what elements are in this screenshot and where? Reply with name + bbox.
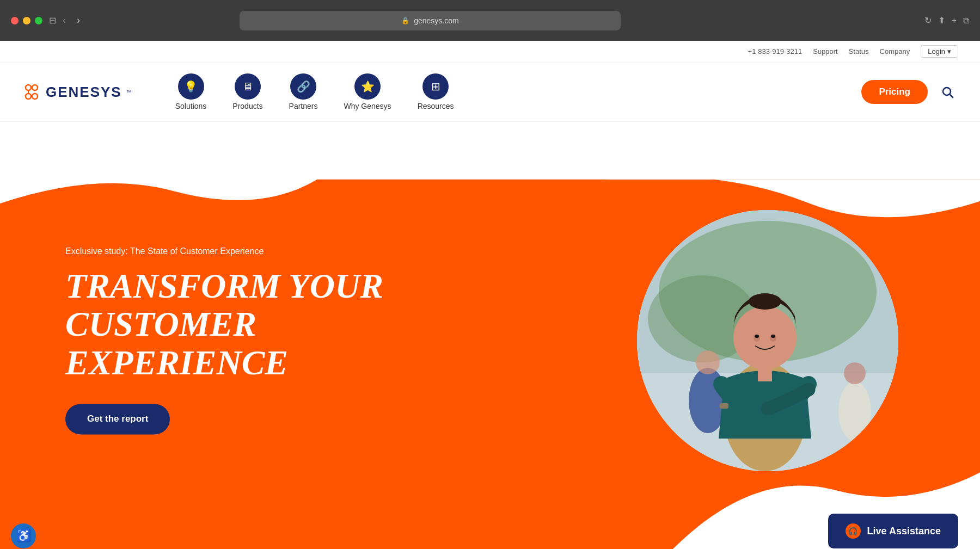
person-illustration bbox=[637, 210, 898, 471]
svg-point-6 bbox=[943, 88, 951, 95]
accessibility-button[interactable]: ♿ bbox=[11, 523, 36, 548]
nav-item-products[interactable]: 🖥 Products bbox=[222, 69, 273, 115]
svg-point-1 bbox=[32, 85, 38, 90]
website: +1 833-919-3211 Support Status Company L… bbox=[0, 41, 980, 549]
headset-icon: 🎧 bbox=[846, 523, 861, 539]
phone-number[interactable]: +1 833-919-3211 bbox=[748, 47, 802, 55]
sidebar-toggle-icon[interactable]: ⊟ bbox=[49, 15, 56, 26]
share-icon[interactable]: ⬆ bbox=[938, 15, 945, 26]
browser-chrome: ⊟ ‹ › 🔒 genesys.com ↻ ⬆ + ⧉ bbox=[0, 0, 980, 41]
nav-items: 💡 Solutions 🖥 Products 🔗 Partners ⭐ Why … bbox=[164, 69, 862, 115]
nav-item-why-genesys[interactable]: ⭐ Why Genesys bbox=[333, 69, 402, 115]
address-bar[interactable]: 🔒 genesys.com bbox=[240, 11, 621, 30]
back-arrow[interactable]: ‹ bbox=[58, 13, 70, 28]
svg-point-2 bbox=[26, 94, 31, 99]
status-link[interactable]: Status bbox=[849, 47, 869, 55]
products-icon: 🖥 bbox=[235, 73, 261, 100]
chevron-down-icon: ▾ bbox=[947, 47, 951, 55]
new-tab-icon[interactable]: + bbox=[952, 16, 957, 26]
svg-point-19 bbox=[749, 293, 781, 310]
svg-point-22 bbox=[755, 335, 759, 338]
nav-item-partners[interactable]: 🔗 Partners bbox=[278, 69, 329, 115]
hero-image bbox=[637, 210, 898, 471]
refresh-icon[interactable]: ↻ bbox=[924, 15, 932, 26]
why-genesys-label: Why Genesys bbox=[344, 102, 391, 110]
logo-text: GENESYS bbox=[46, 84, 122, 101]
minimize-button[interactable] bbox=[23, 17, 30, 24]
resources-icon: ⊞ bbox=[422, 73, 449, 100]
svg-point-0 bbox=[26, 85, 31, 90]
close-button[interactable] bbox=[11, 17, 19, 24]
svg-rect-24 bbox=[720, 403, 728, 409]
hero-title: Transform Your Customer Experience bbox=[65, 267, 392, 382]
maximize-button[interactable] bbox=[35, 17, 42, 24]
svg-point-14 bbox=[696, 350, 720, 374]
svg-rect-25 bbox=[758, 365, 772, 381]
partners-label: Partners bbox=[289, 102, 318, 110]
nav-right: Pricing bbox=[861, 80, 958, 104]
utility-bar: +1 833-919-3211 Support Status Company L… bbox=[0, 41, 980, 63]
live-assistance-label: Live Assistance bbox=[867, 526, 941, 537]
products-label: Products bbox=[232, 102, 262, 110]
lock-icon: 🔒 bbox=[401, 17, 409, 24]
hero-section: Exclusive study: The State of Customer E… bbox=[0, 122, 980, 549]
nav-item-solutions[interactable]: 💡 Solutions bbox=[164, 69, 218, 115]
accessibility-icon: ♿ bbox=[16, 529, 31, 543]
support-link[interactable]: Support bbox=[813, 47, 838, 55]
browser-nav: ⊟ ‹ › bbox=[49, 13, 84, 28]
traffic-lights bbox=[11, 17, 42, 24]
search-button[interactable] bbox=[936, 81, 958, 103]
nav-item-resources[interactable]: ⊞ Resources bbox=[407, 69, 465, 115]
svg-point-3 bbox=[32, 94, 38, 99]
tabs-icon[interactable]: ⧉ bbox=[963, 16, 969, 26]
main-nav: GENESYS™ 💡 Solutions 🖥 Products 🔗 Partne… bbox=[0, 63, 980, 122]
forward-arrow[interactable]: › bbox=[72, 13, 84, 28]
svg-point-23 bbox=[771, 335, 775, 338]
login-button[interactable]: Login ▾ bbox=[921, 45, 958, 58]
solutions-label: Solutions bbox=[175, 102, 207, 110]
svg-line-7 bbox=[950, 95, 953, 97]
resources-label: Resources bbox=[418, 102, 454, 110]
pricing-button[interactable]: Pricing bbox=[861, 80, 928, 104]
url-text: genesys.com bbox=[414, 16, 458, 25]
hero-content: Exclusive study: The State of Customer E… bbox=[65, 246, 392, 434]
logo-symbol bbox=[22, 82, 41, 102]
svg-point-16 bbox=[844, 362, 866, 384]
browser-actions: ↻ ⬆ + ⧉ bbox=[924, 15, 969, 26]
partners-icon: 🔗 bbox=[290, 73, 316, 100]
logo[interactable]: GENESYS™ bbox=[22, 82, 132, 102]
get-report-button[interactable]: Get the report bbox=[65, 404, 170, 435]
solutions-icon: 💡 bbox=[178, 73, 204, 100]
hero-subtitle: Exclusive study: The State of Customer E… bbox=[65, 246, 392, 256]
why-genesys-icon: ⭐ bbox=[354, 73, 381, 100]
live-assistance-button[interactable]: 🎧 Live Assistance bbox=[828, 514, 958, 548]
company-link[interactable]: Company bbox=[880, 47, 910, 55]
svg-point-18 bbox=[733, 306, 797, 369]
